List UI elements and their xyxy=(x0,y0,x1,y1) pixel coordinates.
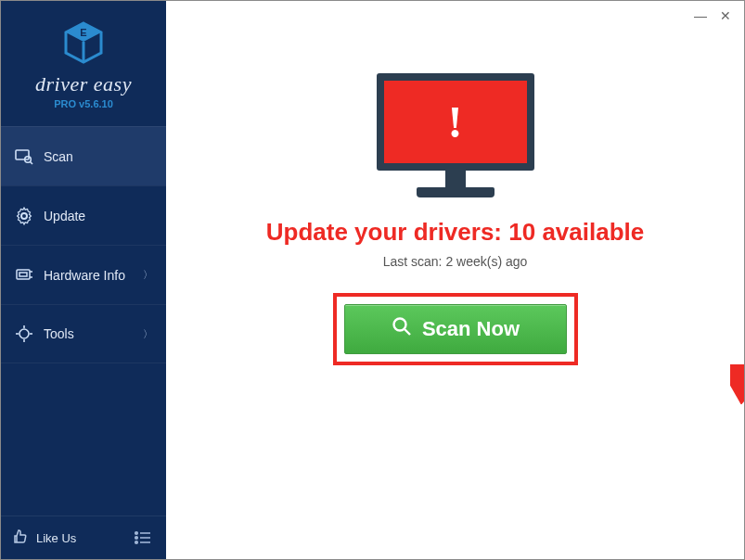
sidebar-footer: Like Us xyxy=(1,515,166,559)
sidebar-item-tools[interactable]: Tools 〉 xyxy=(1,304,166,363)
exclamation-icon: ! xyxy=(448,96,463,147)
svg-point-11 xyxy=(19,329,29,338)
svg-text:E: E xyxy=(80,27,86,38)
chevron-right-icon: 〉 xyxy=(143,268,153,282)
brand-name: driver easy xyxy=(1,72,166,96)
hardware-icon xyxy=(14,266,34,285)
main-panel: — ✕ ! Update your drivers: 10 available … xyxy=(166,1,744,559)
svg-line-27 xyxy=(405,329,410,335)
brand-logo-icon: E xyxy=(62,21,105,67)
last-scan-text: Last scan: 2 week(s) ago xyxy=(383,254,528,269)
sidebar-item-label: Hardware Info xyxy=(44,268,143,283)
svg-point-20 xyxy=(135,532,138,535)
app-window: E driver easy PRO v5.6.10 Scan xyxy=(1,1,744,559)
sidebar-item-update[interactable]: Update xyxy=(1,185,166,245)
svg-rect-4 xyxy=(16,150,29,159)
svg-rect-7 xyxy=(17,270,30,279)
alert-monitor-icon: ! xyxy=(377,73,534,197)
sidebar-item-hardware-info[interactable]: Hardware Info 〉 xyxy=(1,245,166,304)
sidebar-item-label: Scan xyxy=(44,149,153,164)
menu-list-icon[interactable] xyxy=(131,526,155,550)
svg-point-26 xyxy=(393,319,405,331)
annotation-arrow-icon xyxy=(730,364,745,439)
chevron-right-icon: 〉 xyxy=(143,327,153,341)
scan-button-highlight: Scan Now xyxy=(333,293,578,365)
sidebar-item-label: Tools xyxy=(44,326,143,341)
headline-text: Update your drivers: 10 available xyxy=(266,218,645,247)
svg-line-6 xyxy=(31,161,33,164)
scan-now-label: Scan Now xyxy=(422,317,520,341)
window-controls: — ✕ xyxy=(681,1,744,31)
gear-icon xyxy=(14,207,34,225)
scan-icon xyxy=(14,147,34,166)
brand-version: PRO v5.6.10 xyxy=(1,98,166,109)
sidebar: E driver easy PRO v5.6.10 Scan xyxy=(1,1,166,559)
sidebar-item-label: Update xyxy=(44,209,153,223)
svg-rect-8 xyxy=(19,273,27,276)
minimize-button[interactable]: — xyxy=(694,8,707,23)
close-button[interactable]: ✕ xyxy=(720,8,731,23)
sidebar-item-scan[interactable]: Scan xyxy=(1,126,166,185)
sidebar-nav: Scan Update xyxy=(1,126,166,515)
svg-point-24 xyxy=(135,541,138,544)
tools-icon xyxy=(14,325,34,343)
scan-now-button[interactable]: Scan Now xyxy=(344,304,567,354)
svg-point-22 xyxy=(135,537,138,540)
logo-block: E driver easy PRO v5.6.10 xyxy=(1,1,166,126)
scan-content: ! Update your drivers: 10 available Last… xyxy=(166,1,744,365)
search-icon xyxy=(391,315,413,343)
thumbs-up-icon xyxy=(12,528,29,548)
like-us-link[interactable]: Like Us xyxy=(36,531,123,545)
